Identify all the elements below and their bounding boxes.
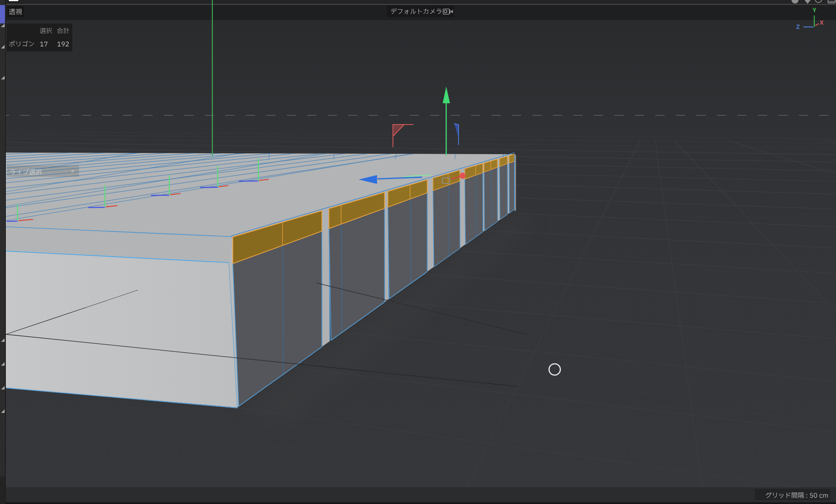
- svg-text:X: X: [820, 19, 824, 26]
- svg-text:Z: Z: [796, 23, 800, 30]
- svg-text:Y: Y: [813, 7, 817, 13]
